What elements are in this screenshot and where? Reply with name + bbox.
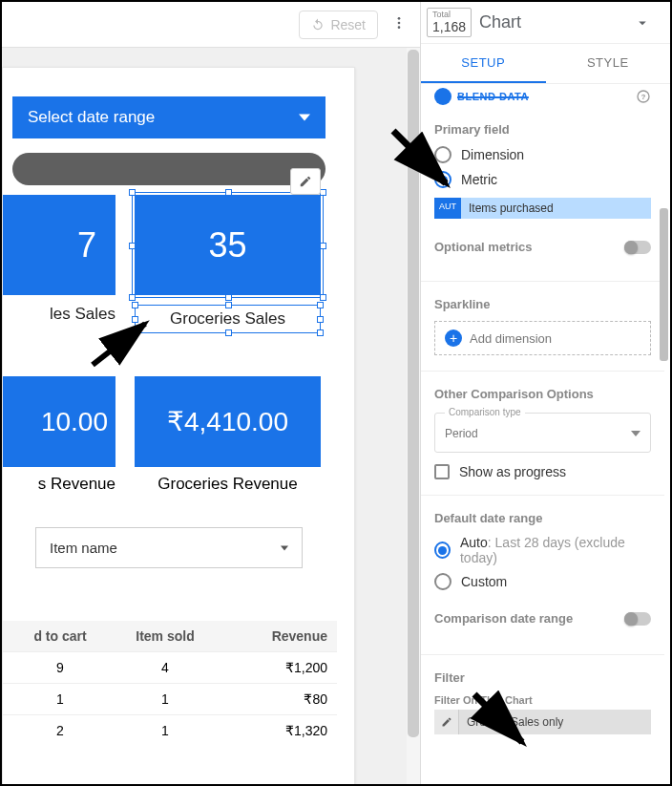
reset-label: Reset bbox=[330, 17, 366, 32]
scrollbar-thumb[interactable] bbox=[660, 208, 668, 361]
item-name-dropdown[interactable]: Item name bbox=[35, 527, 303, 568]
scorecard-4[interactable]: ₹4,410.00 bbox=[135, 376, 321, 467]
top-toolbar: Reset bbox=[2, 2, 420, 48]
col-revenue: Revenue bbox=[222, 628, 327, 644]
help-icon[interactable]: ? bbox=[636, 89, 651, 104]
report-page: Select date range 7 les Sales 35 bbox=[2, 67, 355, 784]
metric-field-chip[interactable]: AUT Items purchased bbox=[434, 198, 651, 219]
comparison-date-toggle[interactable] bbox=[624, 612, 651, 626]
data-table[interactable]: d to cart Item sold Revenue 9 4 ₹1,200 1… bbox=[3, 621, 337, 746]
scorecard-1[interactable]: 7 bbox=[3, 195, 116, 295]
setup-scroll[interactable]: BLEND DATA ? Primary field Dimension Met… bbox=[421, 84, 670, 784]
svg-point-0 bbox=[398, 17, 401, 20]
svg-text:?: ? bbox=[640, 93, 645, 101]
properties-panel: Total 1,168 Chart SETUP STYLE BLEND DATA… bbox=[420, 2, 670, 784]
grey-control[interactable] bbox=[12, 153, 326, 185]
radio-icon bbox=[434, 542, 451, 559]
section-default-date-range: Default date range bbox=[434, 511, 651, 525]
table-header: d to cart Item sold Revenue bbox=[3, 621, 337, 651]
report-area[interactable]: Select date range 7 les Sales 35 bbox=[2, 48, 420, 784]
caret-down-icon bbox=[299, 112, 310, 123]
radio-auto-date[interactable]: Auto: Last 28 days (exclude today) bbox=[434, 535, 651, 565]
tab-style[interactable]: STYLE bbox=[546, 44, 671, 83]
report-canvas: Reset Select date range 7 les Sales bbox=[2, 2, 420, 784]
panel-title: Chart bbox=[479, 12, 626, 32]
radio-dimension[interactable]: Dimension bbox=[434, 146, 651, 163]
comparison-legend: Comparison type bbox=[445, 407, 525, 417]
chart-type-header[interactable]: Total 1,168 Chart bbox=[421, 2, 670, 44]
blend-icon bbox=[434, 88, 452, 105]
add-dimension-button[interactable]: + Add dimension bbox=[434, 321, 651, 355]
chart-type-thumb: Total 1,168 bbox=[427, 8, 472, 37]
scorecard-3[interactable]: 10.00 bbox=[3, 376, 116, 467]
svg-point-2 bbox=[398, 26, 401, 29]
scorecard-2-label[interactable]: Groceries Sales bbox=[135, 305, 321, 333]
chevron-down-icon bbox=[634, 14, 651, 32]
section-optional-metrics: Optional metrics bbox=[434, 240, 533, 254]
panel-scrollbar[interactable] bbox=[658, 84, 670, 784]
scorecard-2[interactable]: 35 bbox=[135, 195, 321, 295]
radio-custom-date[interactable]: Custom bbox=[434, 573, 651, 590]
section-sparkline: Sparkline bbox=[434, 297, 651, 311]
thumb-value: 1,168 bbox=[432, 20, 466, 34]
field-name: Items purchased bbox=[461, 198, 561, 219]
col-cart: d to cart bbox=[12, 628, 108, 644]
table-row[interactable]: 9 4 ₹1,200 bbox=[3, 651, 337, 683]
pencil-icon bbox=[299, 175, 312, 188]
panel-tabs: SETUP STYLE bbox=[421, 44, 670, 84]
caret-down-icon bbox=[631, 429, 640, 438]
filter-chip[interactable]: Grocery Sales only bbox=[434, 710, 651, 734]
section-comparison: Other Comparison Options bbox=[434, 387, 651, 401]
field-type-tag: AUT bbox=[434, 198, 461, 219]
pencil-icon bbox=[434, 710, 459, 734]
caret-down-icon bbox=[281, 544, 288, 552]
section-comparison-date-range: Comparison date range bbox=[434, 611, 573, 626]
blend-data-row[interactable]: BLEND DATA ? bbox=[434, 88, 651, 105]
radio-icon bbox=[434, 573, 452, 590]
section-primary-field: Primary field bbox=[434, 122, 651, 137]
more-icon[interactable] bbox=[388, 11, 410, 38]
filter-on-label: Filter On This Chart bbox=[434, 694, 651, 706]
date-range-label: Select date range bbox=[28, 108, 155, 127]
item-name-label: Item name bbox=[50, 540, 117, 556]
comparison-type-select[interactable]: Comparison type Period bbox=[434, 413, 651, 453]
scorecard-3-label: s Revenue bbox=[3, 475, 116, 494]
comparison-value: Period bbox=[445, 427, 478, 440]
filter-chip-label: Grocery Sales only bbox=[459, 715, 651, 729]
radio-icon bbox=[434, 146, 452, 163]
canvas-scrollbar[interactable] bbox=[407, 48, 420, 784]
show-progress-checkbox[interactable]: Show as progress bbox=[434, 464, 651, 479]
edit-card-button[interactable] bbox=[290, 168, 321, 195]
radio-metric[interactable]: Metric bbox=[434, 171, 651, 188]
scorecard-1-label: les Sales bbox=[3, 305, 116, 324]
date-range-select[interactable]: Select date range bbox=[12, 96, 326, 138]
undo-icon bbox=[311, 18, 325, 32]
plus-icon: + bbox=[445, 329, 462, 347]
scorecard-3-value: 10.00 bbox=[41, 407, 108, 437]
table-row[interactable]: 2 1 ₹1,320 bbox=[3, 714, 337, 746]
section-filter: Filter bbox=[434, 670, 651, 685]
scrollbar-thumb[interactable] bbox=[408, 50, 419, 737]
optional-metrics-toggle[interactable] bbox=[624, 241, 651, 254]
svg-point-1 bbox=[398, 21, 401, 24]
checkbox-icon bbox=[434, 464, 450, 479]
table-row[interactable]: 1 1 ₹80 bbox=[3, 683, 337, 714]
reset-button[interactable]: Reset bbox=[299, 11, 378, 39]
scorecard-2-value: 35 bbox=[208, 225, 246, 266]
scorecard-4-label: Groceries Revenue bbox=[135, 475, 321, 494]
scorecard-1-value: 7 bbox=[77, 225, 96, 266]
scorecard-4-value: ₹4,410.00 bbox=[167, 406, 288, 437]
tab-setup[interactable]: SETUP bbox=[421, 44, 546, 83]
col-sold: Item sold bbox=[108, 628, 222, 644]
radio-icon bbox=[434, 171, 452, 188]
